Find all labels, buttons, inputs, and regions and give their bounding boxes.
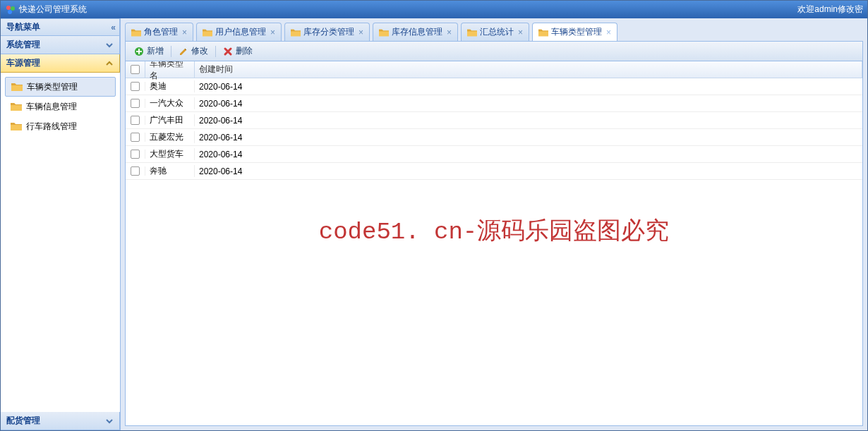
- folder-icon: [379, 28, 389, 37]
- row-name: 大型货车: [145, 148, 195, 160]
- welcome-text[interactable]: 欢迎admin修改密: [797, 4, 863, 16]
- tab-1[interactable]: 用户信息管理×: [196, 23, 282, 41]
- delete-button[interactable]: 删除: [219, 44, 257, 59]
- sidebar-collapse-button[interactable]: «: [111, 23, 114, 32]
- row-name: 五菱宏光: [145, 131, 195, 143]
- row-name: 广汽丰田: [145, 114, 195, 126]
- row-name: 一汽大众: [145, 97, 195, 109]
- checkbox-icon[interactable]: [131, 99, 140, 108]
- app-logo-icon: [5, 4, 16, 16]
- header-checkbox-cell[interactable]: [126, 61, 145, 78]
- row-checkbox-cell[interactable]: [126, 133, 145, 142]
- tab-close-icon[interactable]: ×: [358, 28, 363, 37]
- checkbox-icon[interactable]: [131, 65, 140, 74]
- content-panel: 新增 修改 删除: [125, 41, 863, 426]
- svg-point-1: [11, 6, 15, 11]
- chevron-down-icon: [105, 41, 114, 49]
- row-name: 奥迪: [145, 80, 195, 92]
- row-checkbox-cell[interactable]: [126, 99, 145, 108]
- tab-4[interactable]: 汇总统计×: [461, 23, 529, 41]
- folder-icon: [11, 102, 22, 111]
- toolbar: 新增 修改 删除: [126, 42, 862, 61]
- tab-label: 库存信息管理: [392, 26, 442, 38]
- app-title: 快递公司管理系统: [19, 4, 87, 16]
- tab-label: 汇总统计: [480, 26, 514, 38]
- sidebar-item-vehicle-info[interactable]: 车辆信息管理: [5, 97, 116, 116]
- row-checkbox-cell[interactable]: [126, 166, 145, 176]
- checkbox-icon[interactable]: [131, 133, 140, 142]
- toolbar-separator: [215, 46, 216, 57]
- sidebar-item-route[interactable]: 行车路线管理: [5, 116, 116, 136]
- accordion-system[interactable]: 系统管理: [1, 36, 120, 54]
- accordion-body: 车辆类型管理 车辆信息管理 行车路线管理: [1, 73, 120, 412]
- grid-header: 车辆类型名 创建时间: [126, 61, 862, 78]
- data-grid[interactable]: 车辆类型名 创建时间 奥迪2020-06-14一汽大众2020-06-14广汽丰…: [126, 61, 862, 425]
- table-row[interactable]: 一汽大众2020-06-14: [126, 95, 862, 112]
- table-row[interactable]: 奥迪2020-06-14: [126, 78, 862, 95]
- svg-point-0: [6, 6, 11, 10]
- folder-icon: [131, 28, 141, 37]
- tabstrip: 角色管理×用户信息管理×库存分类管理×库存信息管理×汇总统计×车辆类型管理×: [125, 23, 863, 41]
- header-date[interactable]: 创建时间: [195, 61, 862, 78]
- row-date: 2020-06-14: [195, 166, 862, 176]
- tab-close-icon[interactable]: ×: [518, 28, 523, 37]
- table-row[interactable]: 五菱宏光2020-06-14: [126, 129, 862, 146]
- edit-button[interactable]: 修改: [174, 44, 212, 59]
- sidebar-item-vehicle-type[interactable]: 车辆类型管理: [5, 77, 116, 97]
- row-date: 2020-06-14: [195, 116, 862, 126]
- row-name: 奔驰: [145, 165, 195, 177]
- window-titlebar: 快递公司管理系统 欢迎admin修改密: [1, 1, 867, 18]
- checkbox-icon[interactable]: [131, 166, 140, 176]
- row-checkbox-cell[interactable]: [126, 82, 145, 91]
- tab-close-icon[interactable]: ×: [606, 28, 611, 37]
- tab-label: 车辆类型管理: [551, 26, 602, 38]
- add-button[interactable]: 新增: [130, 44, 168, 59]
- tab-label: 角色管理: [144, 26, 178, 38]
- checkbox-icon[interactable]: [131, 150, 140, 159]
- folder-icon: [11, 82, 23, 92]
- tab-close-icon[interactable]: ×: [270, 28, 275, 37]
- chevron-up-icon: [105, 59, 114, 68]
- folder-icon: [467, 28, 477, 37]
- row-date: 2020-06-14: [195, 82, 862, 92]
- edit-icon: [179, 47, 188, 56]
- delete-icon: [223, 47, 233, 56]
- folder-icon: [291, 28, 301, 37]
- toolbar-separator: [171, 46, 171, 57]
- row-date: 2020-06-14: [195, 99, 862, 109]
- row-date: 2020-06-14: [195, 150, 862, 159]
- tab-label: 库存分类管理: [303, 26, 354, 38]
- row-date: 2020-06-14: [195, 133, 862, 142]
- tab-label: 用户信息管理: [215, 26, 266, 38]
- tab-close-icon[interactable]: ×: [447, 28, 452, 37]
- tab-2[interactable]: 库存分类管理×: [284, 23, 370, 41]
- svg-point-2: [8, 10, 12, 14]
- table-row[interactable]: 奔驰2020-06-14: [126, 163, 862, 180]
- tab-3[interactable]: 库存信息管理×: [373, 23, 458, 41]
- checkbox-icon[interactable]: [131, 116, 140, 125]
- header-name[interactable]: 车辆类型名: [145, 61, 195, 78]
- main-area: 角色管理×用户信息管理×库存分类管理×库存信息管理×汇总统计×车辆类型管理× 新…: [121, 18, 867, 430]
- accordion-vehicle[interactable]: 车源管理: [1, 54, 120, 73]
- folder-icon: [538, 28, 548, 37]
- accordion-dispatch[interactable]: 配货管理: [1, 412, 120, 430]
- checkbox-icon[interactable]: [131, 82, 140, 91]
- chevron-down-icon: [105, 417, 114, 425]
- add-icon: [134, 47, 144, 56]
- folder-icon: [203, 28, 212, 37]
- table-row[interactable]: 广汽丰田2020-06-14: [126, 112, 862, 129]
- sidebar: 导航菜单 « 系统管理 车源管理: [1, 18, 121, 430]
- sidebar-title: 导航菜单 «: [1, 18, 120, 36]
- tab-0[interactable]: 角色管理×: [125, 23, 193, 41]
- table-row[interactable]: 大型货车2020-06-14: [126, 146, 862, 163]
- tab-close-icon[interactable]: ×: [182, 28, 187, 37]
- row-checkbox-cell[interactable]: [126, 116, 145, 125]
- folder-icon: [11, 121, 22, 131]
- tab-5[interactable]: 车辆类型管理×: [532, 23, 617, 41]
- row-checkbox-cell[interactable]: [126, 150, 145, 159]
